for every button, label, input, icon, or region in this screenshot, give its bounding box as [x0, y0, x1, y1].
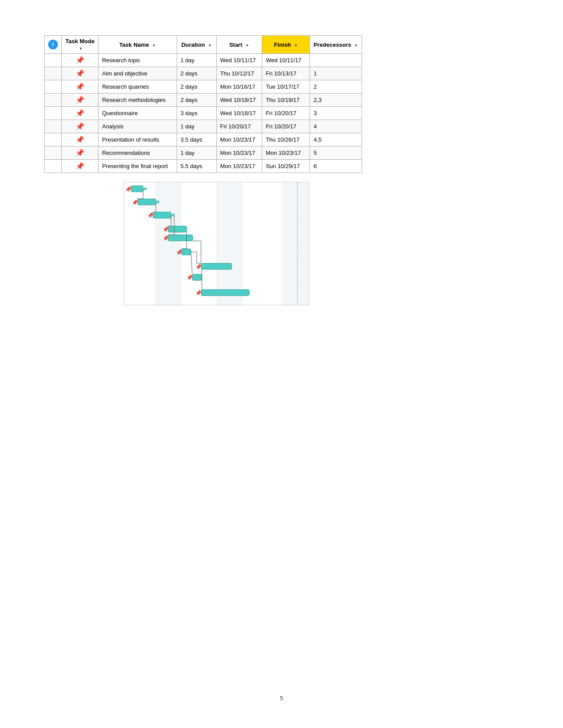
predecessors-dropdown-arrow[interactable]: ▼: [354, 43, 358, 48]
header-task-name: Task Name ▼: [98, 36, 177, 54]
svg-rect-24: [192, 274, 202, 281]
finish-dropdown-arrow[interactable]: ▼: [294, 43, 298, 48]
cell-start: Mon 10/23/17: [216, 146, 262, 160]
cell-predecessors: 1: [310, 67, 362, 80]
svg-text:📌: 📌: [125, 186, 132, 192]
svg-rect-1: [216, 182, 243, 305]
task-mode-icon: 📌: [76, 96, 84, 104]
cell-info: [45, 94, 62, 107]
cell-task-name: Aim and objective: [98, 67, 177, 80]
task-name-dropdown-arrow[interactable]: ▼: [152, 43, 156, 48]
cell-task-mode: 📌: [62, 146, 98, 160]
svg-rect-6: [137, 199, 156, 205]
cell-duration: 1 day: [177, 146, 216, 160]
cell-info: [45, 80, 62, 94]
task-mode-icon: 📌: [76, 109, 84, 117]
cell-start: Mon 10/23/17: [216, 133, 262, 146]
cell-info: [45, 54, 62, 67]
svg-text:📌: 📌: [176, 249, 182, 255]
cell-info: [45, 120, 62, 133]
svg-rect-4: [131, 186, 143, 192]
cell-task-name: Recommendations: [98, 146, 177, 160]
svg-text:📌: 📌: [195, 289, 202, 296]
svg-text:📌: 📌: [132, 199, 138, 206]
cell-predecessors: 4,5: [310, 133, 362, 146]
cell-duration: 2 days: [177, 67, 216, 80]
cell-start: Mon 10/16/17: [216, 80, 262, 94]
cell-finish: Sun 10/29/17: [262, 160, 310, 173]
cell-task-mode: 📌: [62, 80, 98, 94]
start-dropdown-arrow[interactable]: ▼: [245, 43, 249, 48]
svg-rect-23: [201, 263, 232, 270]
cell-duration: 1 day: [177, 120, 216, 133]
cell-start: Fri 10/20/17: [216, 120, 262, 133]
table-row: 📌Research methodologies2 daysWed 10/18/1…: [45, 94, 362, 107]
svg-rect-14: [168, 226, 187, 232]
task-mode-icon: 📌: [76, 136, 84, 143]
cell-predecessors: 2,3: [310, 94, 362, 107]
svg-text:📌: 📌: [195, 263, 202, 270]
cell-start: Mon 10/23/17: [216, 160, 262, 173]
table-row: 📌Recommendations1 dayMon 10/23/17Mon 10/…: [45, 146, 362, 160]
svg-text:📌: 📌: [186, 274, 193, 281]
task-mode-icon: 📌: [76, 70, 84, 77]
task-mode-icon: 📌: [76, 56, 84, 64]
info-icon: i: [48, 40, 58, 49]
cell-duration: 1 day: [177, 54, 216, 67]
cell-start: Wed 10/18/17: [216, 107, 262, 120]
cell-predecessors: [310, 54, 362, 67]
cell-start: Wed 10/18/17: [216, 94, 262, 107]
svg-text:📌: 📌: [162, 235, 169, 241]
task-mode-icon: 📌: [76, 162, 84, 170]
task-mode-icon: 📌: [76, 123, 84, 130]
cell-task-name: Research methodologies: [98, 94, 177, 107]
cell-finish: Thu 10/26/17: [262, 133, 310, 146]
svg-line-30: [191, 252, 192, 274]
cell-predecessors: 4: [310, 120, 362, 133]
header-task-mode: Task Mode ▼: [62, 36, 98, 54]
cell-info: [45, 160, 62, 173]
cell-duration: 3 days: [177, 107, 216, 120]
cell-task-name: Research topic: [98, 54, 177, 67]
cell-duration: 2 days: [177, 80, 216, 94]
table-row: 📌Analysis1 dayFri 10/20/17Fri 10/20/174: [45, 120, 362, 133]
cell-task-name: Research quarries: [98, 80, 177, 94]
cell-duration: 3.5 days: [177, 133, 216, 146]
cell-task-mode: 📌: [62, 94, 98, 107]
table-row: 📌Research topic1 dayWed 10/11/17Wed 10/1…: [45, 54, 362, 67]
cell-predecessors: 2: [310, 80, 362, 94]
cell-finish: Fri 10/20/17: [262, 107, 310, 120]
table-row: 📌Research quarries2 daysMon 10/16/17Tue …: [45, 80, 362, 94]
task-mode-icon: 📌: [76, 149, 84, 157]
svg-text:📌: 📌: [147, 212, 154, 218]
task-mode-dropdown-arrow[interactable]: ▼: [79, 46, 83, 51]
header-finish: Finish ▼: [262, 36, 310, 54]
svg-rect-20: [181, 249, 191, 255]
cell-task-name: Questionnaire: [98, 107, 177, 120]
cell-task-name: Presentation of results: [98, 133, 177, 146]
cell-info: [45, 133, 62, 146]
cell-task-mode: 📌: [62, 133, 98, 146]
cell-predecessors: 6: [310, 160, 362, 173]
cell-task-mode: 📌: [62, 107, 98, 120]
cell-task-mode: 📌: [62, 67, 98, 80]
duration-dropdown-arrow[interactable]: ▼: [208, 43, 212, 48]
cell-finish: Thu 10/19/17: [262, 94, 310, 107]
gantt-table: i Task Mode ▼ Task Name ▼ Duration ▼: [44, 35, 362, 173]
cell-info: [45, 146, 62, 160]
cell-predecessors: 3: [310, 107, 362, 120]
cell-task-name: Analysis: [98, 120, 177, 133]
svg-rect-10: [153, 212, 171, 218]
header-start: Start ▼: [216, 36, 262, 54]
svg-marker-5: [143, 187, 146, 191]
svg-text:📌: 📌: [162, 226, 169, 233]
cell-start: Wed 10/11/17: [216, 54, 262, 67]
cell-finish: Tue 10/17/17: [262, 80, 310, 94]
svg-rect-15: [168, 235, 193, 241]
header-predecessors: Predecessors ▼: [310, 36, 362, 54]
cell-duration: 5.5 days: [177, 160, 216, 173]
table-row: 📌Presentation of results3.5 daysMon 10/2…: [45, 133, 362, 146]
gantt-chart: 📌 📌 📌 📌 📌 📌 📌 📌 📌: [124, 182, 309, 305]
cell-task-name: Presenting the final report: [98, 160, 177, 173]
cell-task-mode: 📌: [62, 54, 98, 67]
